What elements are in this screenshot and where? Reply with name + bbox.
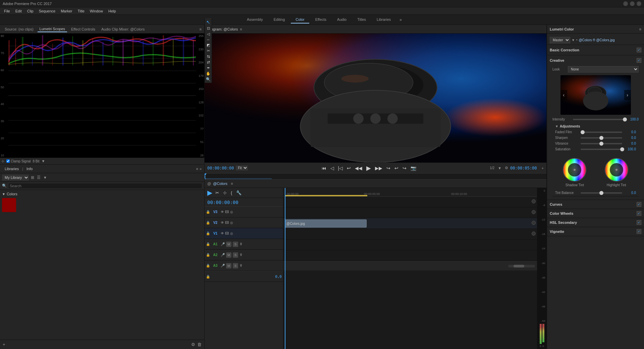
color-swatch-red[interactable]: [2, 198, 16, 212]
eye-icon-v2[interactable]: 👁: [221, 221, 224, 225]
menu-file[interactable]: File: [1, 8, 13, 14]
vibrance-value[interactable]: 0.0: [624, 142, 636, 145]
timeline-track-v1[interactable]: @Colors.jpg: [283, 218, 537, 229]
menu-clip[interactable]: Clip: [24, 8, 36, 14]
faded-film-slider[interactable]: [581, 132, 622, 133]
add-library-item-icon[interactable]: +: [3, 342, 5, 347]
look-next-button[interactable]: ›: [624, 90, 631, 100]
saturation-value[interactable]: 100.0: [624, 147, 636, 151]
hand-tool-icon[interactable]: ✋: [206, 71, 211, 76]
maximize-button[interactable]: □: [630, 1, 635, 6]
timeline-track-a3[interactable]: [283, 250, 537, 261]
vignette-checkbox[interactable]: ✓: [637, 229, 641, 234]
adjustments-header[interactable]: ▼ Adjustments: [555, 124, 636, 128]
tab-source[interactable]: Source: (no clips): [3, 27, 36, 32]
forward-step-button[interactable]: ▶▶: [374, 165, 383, 171]
timeline-track-a2[interactable]: [283, 240, 537, 250]
lock-icon-v3[interactable]: 🔒: [206, 210, 210, 214]
scope-tool-icon[interactable]: ⊹: [1, 159, 4, 163]
colors-expand-icon[interactable]: ▼: [2, 192, 5, 196]
menu-marker[interactable]: Marker: [58, 8, 75, 14]
audio-icon-a1[interactable]: 🎤: [221, 242, 225, 246]
film-icon-v2[interactable]: 🎞: [225, 221, 229, 225]
mute-btn-a2[interactable]: M: [226, 252, 231, 258]
tab-audio-clip-mixer[interactable]: Audio Clip Mixer: @Colors: [99, 27, 147, 32]
lock-icon-v2[interactable]: 🔒: [206, 221, 210, 225]
timecode-total[interactable]: 00:00:05:00: [510, 166, 537, 170]
sharpen-thumb[interactable]: [599, 136, 603, 140]
sharpen-value[interactable]: 0.0: [624, 136, 636, 140]
bit-depth-dropdown[interactable]: ▼: [42, 159, 45, 163]
tint-balance-value[interactable]: 0.0: [624, 191, 636, 195]
program-menu-icon[interactable]: ≡: [240, 27, 242, 31]
tab-libraries[interactable]: Libraries: [372, 16, 395, 23]
tab-assembly[interactable]: Assembly: [242, 16, 268, 23]
film-icon-v1[interactable]: 🎞: [225, 232, 229, 235]
curves-checkbox[interactable]: ✓: [637, 202, 641, 207]
timecode-current[interactable]: 00:00:00:00: [207, 166, 234, 170]
vibrance-slider[interactable]: [581, 143, 622, 144]
audio-icon-a2[interactable]: 🎤: [221, 253, 225, 257]
hsl-secondary-checkbox[interactable]: ✓: [637, 220, 641, 225]
add-button[interactable]: +: [542, 166, 544, 170]
step-back-button[interactable]: ◁: [329, 165, 335, 171]
reverse-play-button[interactable]: ◀◀: [354, 165, 363, 171]
tab-libraries-btn[interactable]: Libraries: [3, 166, 21, 171]
master-dropdown-icon[interactable]: ▼: [572, 38, 575, 42]
mic-icon-a2[interactable]: 🎙: [239, 253, 243, 257]
timeline-track-v3[interactable]: [283, 197, 537, 207]
selection-tool-icon[interactable]: ↖: [206, 19, 210, 25]
tl-tool-razor[interactable]: ✂: [215, 190, 220, 196]
creative-checkbox[interactable]: ✓: [637, 58, 641, 63]
search-input[interactable]: [8, 183, 202, 189]
look-selector[interactable]: None: [568, 66, 639, 72]
basic-correction-checkbox[interactable]: ✓: [637, 48, 641, 52]
lumetri-breadcrumb[interactable]: @Colors ® @Colors.jpg: [579, 38, 614, 42]
solo-btn-a2[interactable]: S: [233, 252, 238, 258]
tl-tool-magnet[interactable]: ⊹: [222, 190, 227, 196]
sharpen-slider[interactable]: [581, 137, 622, 139]
libraries-expand-icon[interactable]: »: [200, 167, 202, 171]
clamp-signal-checkbox[interactable]: [6, 159, 10, 163]
fit-selector[interactable]: Fit: [236, 165, 248, 170]
look-prev-button[interactable]: ‹: [560, 90, 567, 100]
color-wheels-checkbox[interactable]: ✓: [637, 211, 641, 216]
target-icon-v1[interactable]: ◎: [230, 232, 233, 235]
vignette-section[interactable]: Vignette ✓: [547, 227, 644, 236]
highlight-tint-wheel[interactable]: [604, 158, 629, 182]
mute-btn-a1[interactable]: M: [226, 242, 231, 247]
tab-effects[interactable]: Effects: [311, 16, 331, 23]
solo-btn-a3[interactable]: S: [233, 263, 238, 268]
timeline-menu-icon[interactable]: ≡: [231, 182, 233, 186]
panel-menu-icon[interactable]: ≡: [200, 27, 202, 31]
faded-film-thumb[interactable]: [581, 130, 585, 134]
ripple-edit-tool-icon[interactable]: ◁: [207, 32, 210, 36]
faded-film-value[interactable]: 0.0: [624, 130, 636, 134]
eye-icon-v3[interactable]: 👁: [221, 210, 224, 214]
tab-effect-controls[interactable]: Effect Controls: [69, 27, 97, 32]
target-icon-v2[interactable]: ◎: [230, 221, 233, 225]
menu-edit[interactable]: Edit: [13, 8, 24, 14]
timeline-scrollbar[interactable]: [508, 265, 535, 267]
insert-button[interactable]: ↩: [393, 165, 399, 171]
slide-tool-icon[interactable]: ⇄: [207, 60, 210, 64]
lock-icon-a3[interactable]: 🔒: [206, 264, 210, 267]
play-timeline-button[interactable]: ▶: [207, 189, 212, 197]
intensity-thumb[interactable]: [623, 117, 627, 121]
tl-tool-mark-in[interactable]: {: [230, 190, 233, 196]
vibrance-thumb[interactable]: [599, 142, 603, 146]
menu-window[interactable]: Window: [87, 8, 106, 14]
library-list-view[interactable]: ☰: [36, 174, 41, 181]
master-selector[interactable]: Master: [550, 37, 570, 43]
pen-tool-icon[interactable]: ✒: [207, 66, 210, 70]
tint-balance-thumb[interactable]: [599, 191, 603, 195]
lumetri-menu-icon[interactable]: ≡: [639, 27, 641, 31]
resolution-dropdown-icon[interactable]: ▼: [498, 166, 501, 170]
menu-title[interactable]: Title: [75, 8, 87, 14]
export-frame-button[interactable]: 📷: [410, 165, 417, 171]
mic-icon-a3[interactable]: 🎙: [239, 264, 243, 267]
rolling-edit-tool-icon[interactable]: ↔: [207, 38, 210, 42]
libraries-menu-icon[interactable]: ≡: [196, 167, 198, 171]
jump-start-button[interactable]: ↩: [346, 165, 352, 171]
intensity-value[interactable]: 100.0: [627, 117, 639, 121]
